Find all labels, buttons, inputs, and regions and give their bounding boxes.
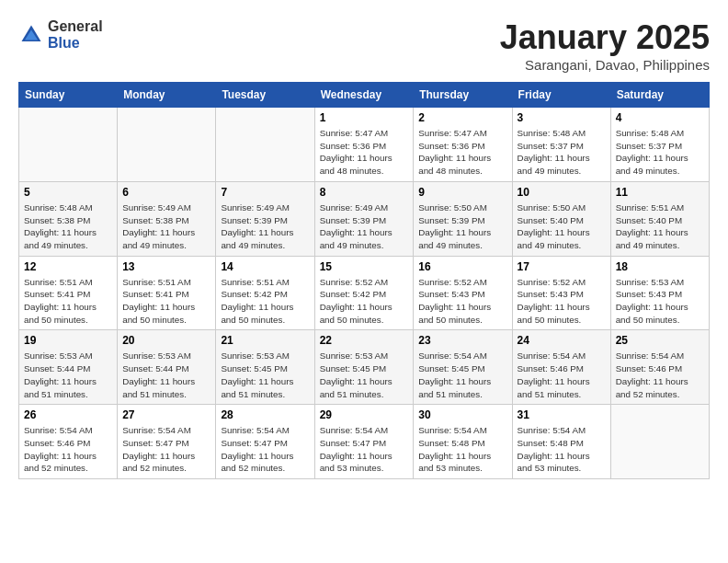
month-title: January 2025	[500, 18, 710, 57]
location-subtitle: Sarangani, Davao, Philippines	[500, 57, 710, 73]
day-info: Sunrise: 5:54 AM Sunset: 5:47 PM Dayligh…	[122, 424, 210, 475]
weekday-header-monday: Monday	[118, 83, 216, 108]
day-info: Sunrise: 5:51 AM Sunset: 5:41 PM Dayligh…	[122, 276, 210, 327]
calendar-cell: 31Sunrise: 5:54 AM Sunset: 5:48 PM Dayli…	[512, 405, 610, 479]
calendar-cell: 25Sunrise: 5:54 AM Sunset: 5:46 PM Dayli…	[610, 330, 709, 405]
day-number: 25	[616, 334, 704, 347]
calendar-cell: 18Sunrise: 5:53 AM Sunset: 5:43 PM Dayli…	[610, 256, 709, 330]
day-info: Sunrise: 5:54 AM Sunset: 5:48 PM Dayligh…	[518, 424, 606, 475]
day-number: 31	[518, 408, 606, 421]
day-info: Sunrise: 5:54 AM Sunset: 5:47 PM Dayligh…	[221, 424, 309, 475]
day-number: 9	[418, 186, 506, 199]
header: General Blue January 2025 Sarangani, Dav…	[18, 18, 710, 73]
day-info: Sunrise: 5:47 AM Sunset: 5:36 PM Dayligh…	[320, 127, 409, 178]
weekday-header-saturday: Saturday	[610, 83, 709, 108]
day-info: Sunrise: 5:48 AM Sunset: 5:37 PM Dayligh…	[518, 127, 606, 178]
logo: General Blue	[18, 18, 103, 51]
calendar-cell: 11Sunrise: 5:51 AM Sunset: 5:40 PM Dayli…	[610, 181, 709, 256]
day-number: 27	[122, 408, 210, 421]
day-number: 23	[418, 334, 506, 347]
calendar-cell: 1Sunrise: 5:47 AM Sunset: 5:36 PM Daylig…	[314, 108, 414, 182]
weekday-header-wednesday: Wednesday	[314, 83, 414, 108]
calendar-cell: 26Sunrise: 5:54 AM Sunset: 5:46 PM Dayli…	[19, 405, 118, 479]
calendar-cell: 2Sunrise: 5:47 AM Sunset: 5:36 PM Daylig…	[414, 108, 512, 182]
calendar-cell: 10Sunrise: 5:50 AM Sunset: 5:40 PM Dayli…	[512, 181, 610, 256]
calendar-cell: 15Sunrise: 5:52 AM Sunset: 5:42 PM Dayli…	[314, 256, 414, 330]
day-info: Sunrise: 5:51 AM Sunset: 5:40 PM Dayligh…	[616, 201, 704, 252]
day-number: 26	[24, 408, 112, 421]
day-number: 14	[221, 260, 309, 273]
day-number: 17	[518, 260, 606, 273]
day-info: Sunrise: 5:52 AM Sunset: 5:42 PM Dayligh…	[320, 276, 409, 327]
calendar-cell	[216, 108, 314, 182]
day-number: 7	[221, 186, 309, 199]
day-info: Sunrise: 5:50 AM Sunset: 5:40 PM Dayligh…	[518, 201, 606, 252]
day-info: Sunrise: 5:49 AM Sunset: 5:39 PM Dayligh…	[221, 201, 309, 252]
day-info: Sunrise: 5:54 AM Sunset: 5:45 PM Dayligh…	[418, 350, 506, 400]
calendar-cell: 21Sunrise: 5:53 AM Sunset: 5:45 PM Dayli…	[216, 330, 314, 405]
calendar-week-1: 1Sunrise: 5:47 AM Sunset: 5:36 PM Daylig…	[19, 108, 710, 182]
day-info: Sunrise: 5:51 AM Sunset: 5:41 PM Dayligh…	[24, 276, 112, 327]
day-info: Sunrise: 5:52 AM Sunset: 5:43 PM Dayligh…	[518, 276, 606, 327]
day-number: 1	[320, 111, 409, 124]
calendar-cell: 27Sunrise: 5:54 AM Sunset: 5:47 PM Dayli…	[118, 405, 216, 479]
calendar-week-4: 19Sunrise: 5:53 AM Sunset: 5:44 PM Dayli…	[19, 330, 710, 405]
logo-icon	[18, 22, 44, 48]
calendar-cell	[19, 108, 118, 182]
calendar-cell: 28Sunrise: 5:54 AM Sunset: 5:47 PM Dayli…	[216, 405, 314, 479]
calendar-cell: 17Sunrise: 5:52 AM Sunset: 5:43 PM Dayli…	[512, 256, 610, 330]
day-info: Sunrise: 5:53 AM Sunset: 5:45 PM Dayligh…	[320, 350, 409, 400]
day-info: Sunrise: 5:54 AM Sunset: 5:46 PM Dayligh…	[616, 350, 704, 400]
calendar-cell: 5Sunrise: 5:48 AM Sunset: 5:38 PM Daylig…	[19, 181, 118, 256]
day-number: 13	[122, 260, 210, 273]
day-number: 4	[616, 111, 704, 124]
calendar-cell: 20Sunrise: 5:53 AM Sunset: 5:44 PM Dayli…	[118, 330, 216, 405]
calendar-cell: 12Sunrise: 5:51 AM Sunset: 5:41 PM Dayli…	[19, 256, 118, 330]
day-info: Sunrise: 5:54 AM Sunset: 5:46 PM Dayligh…	[518, 350, 606, 400]
calendar-week-5: 26Sunrise: 5:54 AM Sunset: 5:46 PM Dayli…	[19, 405, 710, 479]
day-number: 10	[518, 186, 606, 199]
day-number: 16	[418, 260, 506, 273]
day-number: 12	[24, 260, 112, 273]
day-info: Sunrise: 5:54 AM Sunset: 5:48 PM Dayligh…	[418, 424, 506, 475]
day-info: Sunrise: 5:48 AM Sunset: 5:37 PM Dayligh…	[616, 127, 704, 178]
day-number: 8	[320, 186, 409, 199]
day-number: 21	[221, 334, 309, 347]
day-info: Sunrise: 5:49 AM Sunset: 5:39 PM Dayligh…	[320, 201, 409, 252]
calendar-cell: 24Sunrise: 5:54 AM Sunset: 5:46 PM Dayli…	[512, 330, 610, 405]
weekday-header-friday: Friday	[512, 83, 610, 108]
calendar-cell	[610, 405, 709, 479]
calendar-cell: 13Sunrise: 5:51 AM Sunset: 5:41 PM Dayli…	[118, 256, 216, 330]
calendar-cell: 3Sunrise: 5:48 AM Sunset: 5:37 PM Daylig…	[512, 108, 610, 182]
day-number: 3	[518, 111, 606, 124]
title-area: January 2025 Sarangani, Davao, Philippin…	[500, 18, 710, 73]
weekday-header-thursday: Thursday	[414, 83, 512, 108]
calendar-header-row: SundayMondayTuesdayWednesdayThursdayFrid…	[19, 83, 710, 108]
calendar-cell: 29Sunrise: 5:54 AM Sunset: 5:47 PM Dayli…	[314, 405, 414, 479]
calendar-week-2: 5Sunrise: 5:48 AM Sunset: 5:38 PM Daylig…	[19, 181, 710, 256]
day-number: 18	[616, 260, 704, 273]
day-number: 11	[616, 186, 704, 199]
day-number: 28	[221, 408, 309, 421]
calendar-week-3: 12Sunrise: 5:51 AM Sunset: 5:41 PM Dayli…	[19, 256, 710, 330]
calendar-cell: 30Sunrise: 5:54 AM Sunset: 5:48 PM Dayli…	[414, 405, 512, 479]
calendar-table: SundayMondayTuesdayWednesdayThursdayFrid…	[18, 82, 710, 479]
calendar-cell: 23Sunrise: 5:54 AM Sunset: 5:45 PM Dayli…	[414, 330, 512, 405]
calendar-cell: 19Sunrise: 5:53 AM Sunset: 5:44 PM Dayli…	[19, 330, 118, 405]
day-number: 6	[122, 186, 210, 199]
calendar-cell: 4Sunrise: 5:48 AM Sunset: 5:37 PM Daylig…	[610, 108, 709, 182]
calendar-cell	[118, 108, 216, 182]
day-info: Sunrise: 5:53 AM Sunset: 5:43 PM Dayligh…	[616, 276, 704, 327]
calendar-cell: 14Sunrise: 5:51 AM Sunset: 5:42 PM Dayli…	[216, 256, 314, 330]
day-info: Sunrise: 5:53 AM Sunset: 5:45 PM Dayligh…	[221, 350, 309, 400]
logo-general-text: General	[48, 18, 103, 35]
day-info: Sunrise: 5:52 AM Sunset: 5:43 PM Dayligh…	[418, 276, 506, 327]
day-info: Sunrise: 5:48 AM Sunset: 5:38 PM Dayligh…	[24, 201, 112, 252]
weekday-header-tuesday: Tuesday	[216, 83, 314, 108]
day-info: Sunrise: 5:53 AM Sunset: 5:44 PM Dayligh…	[24, 350, 112, 400]
day-number: 15	[320, 260, 409, 273]
calendar-cell: 9Sunrise: 5:50 AM Sunset: 5:39 PM Daylig…	[414, 181, 512, 256]
day-info: Sunrise: 5:51 AM Sunset: 5:42 PM Dayligh…	[221, 276, 309, 327]
logo-text: General Blue	[48, 18, 103, 51]
day-number: 2	[418, 111, 506, 124]
